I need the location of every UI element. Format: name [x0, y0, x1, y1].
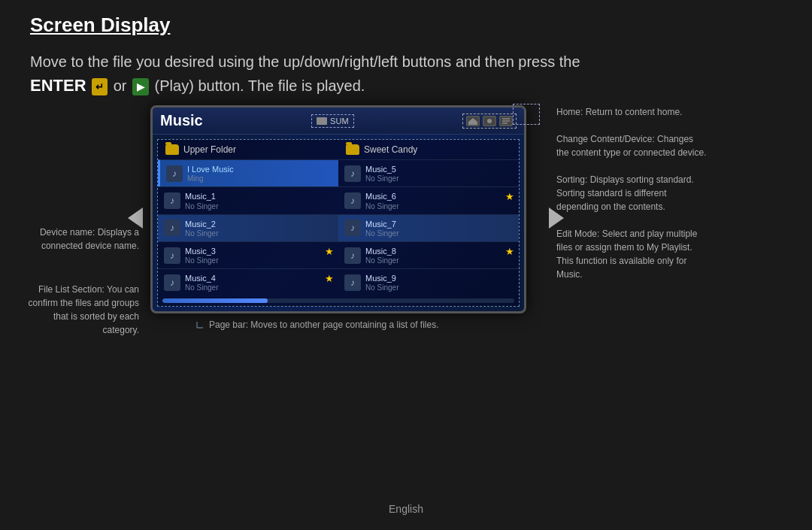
music-singer: No Singer — [365, 283, 513, 292]
list-item[interactable]: ♪ Music_6 No Singer ★ — [338, 186, 519, 214]
folder-row: Upper Folder Sweet Candy — [158, 140, 519, 159]
star-icon: ★ — [325, 246, 334, 257]
list-item[interactable]: ♪ I Love Music Ming — [158, 159, 338, 186]
list-item[interactable]: ♪ Music_2 No Singer — [158, 214, 338, 241]
music-info: Music_6 No Singer — [365, 191, 513, 210]
music-singer: No Singer — [365, 229, 513, 238]
top-icons-box — [462, 114, 517, 129]
file-list-section: Upper Folder Sweet Candy ♪ — [157, 139, 520, 307]
change-content-note: Change Content/Device: Changes the conte… — [556, 132, 707, 162]
screen-outer: Music SUM — [150, 105, 541, 330]
sweet-candy-item[interactable]: Sweet Candy — [338, 140, 519, 159]
music-singer: No Singer — [365, 256, 513, 265]
desc-part3: (Play) button. The file is played. — [155, 77, 365, 94]
music-info: Music_7 No Singer — [365, 219, 513, 238]
page-bar — [162, 298, 514, 303]
music-singer: No Singer — [185, 202, 332, 210]
list-item[interactable]: ♪ Music_3 No Singer ★ — [158, 241, 338, 268]
list-item[interactable]: ♪ Music_7 No Singer — [338, 214, 519, 241]
star-icon: ★ — [505, 191, 514, 202]
page-title: Screen Display — [30, 14, 170, 37]
home-dashed-box — [513, 104, 540, 125]
description: Move to the file you desired using the u… — [0, 44, 812, 98]
music-note-icon: ♪ — [164, 220, 180, 236]
sort-icon[interactable] — [499, 116, 513, 126]
list-item[interactable]: ♪ Music_9 No Singer — [338, 268, 519, 295]
music-note-icon: ♪ — [166, 165, 183, 182]
list-item[interactable]: ♪ Music_4 No Singer ★ — [158, 268, 338, 295]
right-arrow[interactable] — [549, 207, 564, 229]
list-item[interactable]: ♪ Music_5 No Singer — [338, 159, 519, 186]
music-name: Music_8 — [365, 246, 513, 256]
list-item[interactable]: ♪ Music_1 No Singer — [158, 186, 338, 214]
page-bar-fill — [162, 298, 268, 303]
music-note-icon: ♪ — [164, 192, 180, 209]
music-name: Music_4 — [185, 273, 332, 283]
usb-icon — [317, 117, 327, 125]
music-info: Music_5 No Singer — [365, 164, 513, 183]
music-singer: No Singer — [185, 283, 332, 292]
enter-icon: ↵ — [92, 78, 108, 96]
music-info: Music_8 No Singer — [365, 246, 513, 265]
star-icon: ★ — [325, 273, 334, 284]
folder-icon-upper — [165, 144, 179, 155]
file-list-note: File List Section: You can confirm the f… — [15, 283, 139, 337]
music-name: Music_5 — [365, 164, 513, 174]
upper-folder-item[interactable]: Upper Folder — [158, 140, 338, 159]
music-note-icon: ♪ — [164, 274, 180, 291]
music-name: Music_6 — [365, 191, 513, 201]
tv-top-bar: Music SUM — [153, 108, 524, 135]
music-name: I Love Music — [187, 164, 332, 174]
play-icon: ▶ — [132, 78, 149, 96]
music-name: Music_7 — [365, 219, 513, 229]
music-singer: No Singer — [365, 174, 513, 183]
main-content: Device name: Displays a connected device… — [0, 105, 812, 352]
music-name: Music_3 — [185, 246, 332, 256]
sweet-candy-label: Sweet Candy — [364, 144, 417, 155]
folder-icon-sweet — [346, 144, 359, 155]
left-annotations: Device name: Displays a connected device… — [15, 105, 150, 352]
music-grid: ♪ I Love Music Ming ♪ Music_5 No Singer — [158, 159, 519, 295]
screen-wrapper: Music SUM — [150, 105, 541, 330]
right-annotations: Home: Return to content home. Change Con… — [541, 105, 707, 295]
music-singer: Ming — [187, 174, 332, 183]
tv-screen-title: Music — [160, 112, 203, 129]
enter-label: ENTER — [30, 76, 86, 95]
music-note-icon: ♪ — [344, 247, 361, 264]
sorting-note: Sorting: Displays sorting standard. Sort… — [556, 173, 707, 217]
music-info: Music_2 No Singer — [185, 219, 332, 238]
upper-folder-label: Upper Folder — [183, 144, 236, 155]
page-bar-annotation: Page bar: Moves to another page containi… — [195, 320, 541, 330]
edit-mode-note: Edit Mode: Select and play multiple file… — [556, 227, 707, 284]
music-info: Music_9 No Singer — [365, 273, 513, 292]
music-singer: No Singer — [185, 229, 332, 238]
music-note-icon: ♪ — [344, 274, 361, 291]
sum-box: SUM — [311, 114, 353, 128]
music-note-icon: ♪ — [164, 247, 180, 264]
music-info: Music_4 No Singer — [185, 273, 332, 292]
device-name-note: Device name: Displays a connected device… — [15, 226, 139, 253]
music-info: Music_3 No Singer — [185, 246, 332, 265]
page-bar-container — [162, 298, 514, 303]
music-singer: No Singer — [185, 256, 332, 265]
music-note-icon: ♪ — [344, 192, 361, 209]
footer: English — [0, 503, 812, 515]
music-info: Music_1 No Singer — [185, 191, 332, 210]
left-arrow[interactable] — [128, 207, 143, 229]
music-note-icon: ♪ — [344, 220, 361, 236]
page-bar-note: Page bar: Moves to another page containi… — [209, 320, 439, 330]
music-info: I Love Music Ming — [187, 164, 332, 183]
list-item[interactable]: ♪ Music_8 No Singer ★ — [338, 241, 519, 268]
music-name: Music_2 — [185, 219, 332, 229]
home-icon[interactable] — [466, 116, 480, 126]
footer-language: English — [389, 503, 423, 515]
home-note: Home: Return to content home. — [556, 105, 707, 122]
music-note-icon: ♪ — [344, 165, 361, 182]
sum-label: SUM — [330, 117, 348, 126]
desc-or: or — [114, 77, 127, 94]
change-content-icon[interactable] — [483, 116, 496, 126]
annotation-line-icon — [195, 320, 205, 329]
desc-part1: Move to the file you desired using the u… — [30, 53, 580, 70]
music-singer: No Singer — [365, 202, 513, 210]
music-name: Music_1 — [185, 191, 332, 201]
